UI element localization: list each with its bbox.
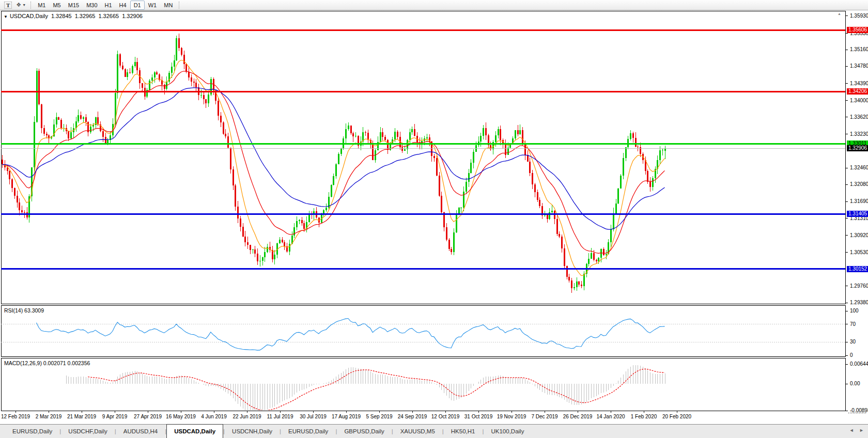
fast-ma-line bbox=[2, 60, 665, 275]
tab-scroll-right-button[interactable]: ► bbox=[859, 428, 864, 433]
chart-scroll-marker-icon: ▲ bbox=[838, 12, 841, 15]
tab-usdcad-daily[interactable]: USDCAD,Daily bbox=[166, 424, 223, 438]
tab-scroll-left-button[interactable]: ◄ bbox=[849, 428, 854, 433]
chart-canvas[interactable] bbox=[0, 0, 868, 438]
ohlc-low: 1.32665 bbox=[98, 13, 119, 19]
macd-indicator-label: MACD(12,26,9) 0.002071 0.002356 bbox=[4, 360, 90, 366]
ohlc-close: 1.32906 bbox=[122, 13, 143, 19]
chart-title: ▼USDCAD,Daily1.328451.329651.326651.3290… bbox=[4, 13, 143, 19]
candles-layer bbox=[2, 34, 666, 293]
chart-tab-bar: EURUSD,Daily|USDCHF,Daily|AUDUSD,H4|USDC… bbox=[0, 424, 868, 438]
ohlc-open: 1.32845 bbox=[51, 13, 72, 19]
rsi-layer bbox=[37, 319, 665, 351]
tab-eurusd-daily[interactable]: EURUSD,Daily bbox=[281, 425, 335, 438]
symbol-label: USDCAD,Daily bbox=[10, 13, 48, 19]
mt4-window: T ❖ ▼ M1M5M15M30H1H4D1W1MN ▼USDCAD,Daily… bbox=[0, 0, 868, 438]
tab-eurusd-daily[interactable]: EURUSD,Daily bbox=[5, 425, 59, 438]
tab-audusd-h4[interactable]: AUDUSD,H4 bbox=[116, 425, 165, 438]
tab-hk50-h1[interactable]: HK50,H1 bbox=[444, 425, 483, 438]
macd-signal-line bbox=[88, 369, 664, 410]
tab-usdcnh-daily[interactable]: USDCNH,Daily bbox=[225, 425, 280, 438]
axis-resize-grip[interactable] bbox=[848, 412, 866, 414]
date-axis[interactable] bbox=[0, 411, 845, 424]
mid-ma-line bbox=[2, 71, 665, 254]
rsi-line bbox=[37, 319, 665, 351]
moving-averages-layer bbox=[2, 60, 665, 275]
rsi-indicator-label: RSI(14) 63.3009 bbox=[4, 307, 44, 314]
tab-gbpusd-daily[interactable]: GBPUSD,Daily bbox=[337, 425, 391, 438]
ohlc-high: 1.32965 bbox=[75, 13, 96, 19]
symbol-dropdown-icon[interactable]: ▼ bbox=[4, 14, 8, 19]
slow-ma-line bbox=[2, 88, 665, 229]
tab-xauusd-m5[interactable]: XAUUSD,M5 bbox=[393, 425, 442, 438]
tab-uk100-daily[interactable]: UK100,Daily bbox=[484, 425, 531, 438]
tab-scroll-buttons: ◄ ► bbox=[845, 428, 864, 433]
price-axis[interactable] bbox=[846, 11, 868, 411]
tab-usdchf-daily[interactable]: USDCHF,Daily bbox=[61, 425, 114, 438]
macd-layer bbox=[67, 365, 665, 413]
